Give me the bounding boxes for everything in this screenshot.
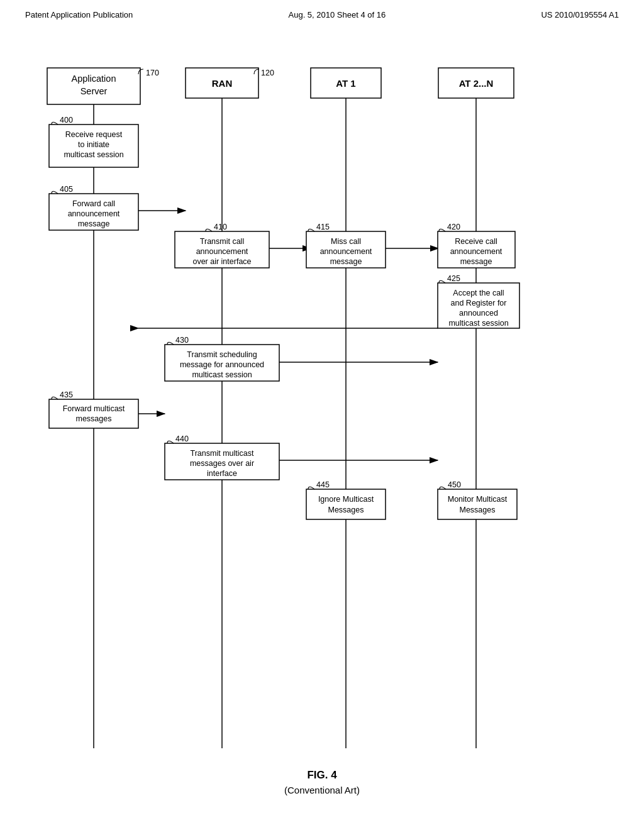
svg-text:announcement: announcement [450,247,502,256]
svg-text:Ignore Multicast: Ignore Multicast [318,495,374,504]
svg-text:410: 410 [214,223,227,231]
svg-text:430: 430 [175,336,189,345]
svg-text:Messages: Messages [328,506,364,514]
svg-text:message: message [460,257,492,266]
svg-text:400: 400 [60,116,73,124]
svg-rect-152 [438,489,517,519]
svg-text:RAN: RAN [212,78,233,89]
svg-text:Monitor Multicast: Monitor Multicast [448,495,508,504]
diagram-main: Application Server 170 RAN 120 AT 1 AT 2… [0,38,644,811]
svg-text:Receive request: Receive request [65,130,123,139]
svg-text:Application: Application [72,74,116,84]
svg-text:announcement: announcement [68,209,120,218]
svg-text:Transmit call: Transmit call [200,237,244,246]
svg-text:Transmit scheduling: Transmit scheduling [187,350,257,359]
svg-text:Forward multicast: Forward multicast [63,404,125,413]
svg-text:Transmit multicast: Transmit multicast [191,449,254,458]
svg-text:to initiate: to initiate [78,140,109,149]
svg-text:announcement: announcement [196,247,248,256]
header-left: Patent Application Publication [25,10,133,19]
svg-text:announced: announced [459,309,498,318]
header-middle: Aug. 5, 2010 Sheet 4 of 16 [289,10,386,19]
page-header: Patent Application Publication Aug. 5, 2… [0,0,644,25]
svg-text:AT 2...N: AT 2...N [459,78,494,89]
svg-text:170: 170 [146,69,159,77]
svg-text:Accept the call: Accept the call [453,289,504,297]
svg-text:450: 450 [448,480,461,489]
svg-text:415: 415 [316,223,330,231]
svg-text:interface: interface [207,469,237,478]
svg-rect-137 [49,399,138,428]
svg-text:440: 440 [175,434,189,443]
svg-text:over air interface: over air interface [192,257,251,266]
svg-text:message for announced: message for announced [180,360,264,369]
svg-text:445: 445 [316,480,330,489]
svg-text:420: 420 [447,223,460,231]
svg-text:message: message [78,219,110,228]
svg-text:Server: Server [80,86,108,96]
svg-text:multicast session: multicast session [64,150,123,159]
svg-text:multicast session: multicast session [448,319,508,328]
header-right: US 2010/0195554 A1 [541,10,619,19]
svg-text:message: message [330,257,362,266]
svg-text:435: 435 [60,390,73,399]
svg-text:announcement: announcement [320,247,372,256]
svg-text:AT 1: AT 1 [336,78,355,89]
svg-text:120: 120 [261,69,274,77]
svg-text:messages: messages [76,414,112,423]
svg-text:Receive call: Receive call [455,237,497,246]
svg-text:425: 425 [447,274,460,283]
svg-text:messages over air: messages over air [190,459,254,468]
svg-text:Forward call: Forward call [72,199,115,208]
svg-text:FIG. 4: FIG. 4 [307,769,337,781]
svg-text:multicast session: multicast session [192,370,252,379]
svg-text:405: 405 [60,185,73,194]
svg-rect-148 [306,489,386,519]
svg-text:and Register for: and Register for [451,299,507,307]
svg-text:Miss call: Miss call [331,237,361,246]
svg-text:(Conventional Art): (Conventional Art) [284,785,360,795]
svg-text:Messages: Messages [460,506,496,514]
